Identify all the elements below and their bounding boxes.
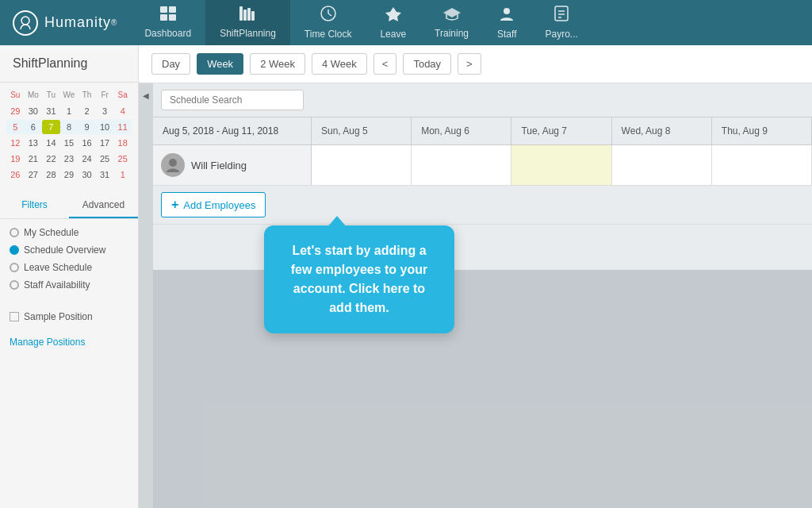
add-employees-button[interactable]: + Add Employees [161, 192, 266, 217]
sidebar: ShiftPlanning Su Mo Tu We Th Fr Sa 29 30… [0, 45, 139, 508]
employee-name: Will Fielding [191, 160, 247, 171]
cal-cell[interactable]: 25 [96, 152, 114, 166]
cal-cell[interactable]: 10 [96, 120, 114, 134]
svg-rect-7 [247, 8, 251, 21]
logo[interactable]: Humanity® [0, 10, 130, 36]
manage-positions-link[interactable]: Manage Positions [0, 333, 138, 351]
cal-cell[interactable]: 31 [42, 104, 60, 118]
content-area: Day Week 2 Week 4 Week < Today > ◀ [139, 45, 812, 508]
cal-cell[interactable]: 18 [113, 136, 132, 150]
shift-cell-tue[interactable] [511, 145, 611, 185]
tooltip-bubble[interactable]: Let's start by adding a few employees to… [264, 225, 454, 333]
filter-my-schedule[interactable]: My Schedule [10, 227, 128, 238]
position-name: Sample Position [24, 311, 93, 322]
day-header-sun: Sun, Aug 5 [312, 117, 412, 144]
nav-label-dashboard: Dashboard [144, 28, 191, 39]
nav-label-shiftplanning: ShiftPlanning [220, 28, 276, 39]
cal-cell[interactable]: 8 [60, 120, 79, 134]
radio-schedule-overview[interactable] [10, 245, 19, 255]
radio-leave-schedule[interactable] [10, 263, 19, 272]
nav-item-training[interactable]: Training [420, 0, 483, 45]
cal-cell[interactable]: 5 [6, 120, 25, 134]
cal-cell[interactable]: 2 [78, 104, 96, 118]
cal-cell[interactable]: 1 [60, 104, 79, 118]
cal-cell[interactable]: 31 [96, 167, 114, 182]
cal-header-sa: Sa [113, 89, 132, 101]
shift-cell-wed[interactable] [612, 145, 712, 185]
radio-my-schedule[interactable] [10, 228, 19, 237]
main-layout: ShiftPlanning Su Mo Tu We Th Fr Sa 29 30… [0, 45, 812, 508]
cal-cell[interactable]: 16 [78, 136, 96, 150]
svg-point-0 [21, 17, 29, 25]
nav-next-button[interactable]: > [458, 53, 481, 75]
filter-leave-schedule[interactable]: Leave Schedule [10, 262, 128, 273]
cal-header-su: Su [6, 89, 25, 101]
schedule-search-input[interactable] [161, 90, 304, 110]
cal-cell[interactable]: 21 [25, 152, 43, 166]
tab-filters[interactable]: Filters [0, 193, 69, 218]
overlay-fade [153, 270, 812, 508]
nav-item-dashboard[interactable]: Dashboard [130, 0, 205, 45]
nav-prev-button[interactable]: < [373, 53, 397, 75]
cal-cell[interactable]: 12 [6, 136, 25, 150]
nav-item-leave[interactable]: Leave [366, 0, 420, 45]
cal-cell[interactable]: 3 [96, 104, 114, 118]
view-day-button[interactable]: Day [151, 53, 190, 75]
cal-cell[interactable]: 6 [25, 120, 43, 134]
dashboard-icon [160, 6, 176, 25]
shift-cell-sun[interactable] [312, 145, 412, 185]
cal-cell[interactable]: 24 [78, 152, 96, 166]
cal-cell[interactable]: 25 [113, 152, 132, 166]
nav-today-button[interactable]: Today [403, 53, 451, 75]
nav-item-payroll[interactable]: Payro... [531, 0, 592, 45]
cal-cell-today[interactable]: 7 [42, 120, 60, 134]
tab-advanced[interactable]: Advanced [69, 193, 138, 218]
cal-cell[interactable]: 30 [78, 167, 96, 182]
cal-cell[interactable]: 14 [42, 136, 60, 150]
filter-staff-availability[interactable]: Staff Availability [10, 279, 128, 291]
day-header-tue: Tue, Aug 7 [511, 117, 611, 144]
schedule-header: Aug 5, 2018 - Aug 11, 2018 Sun, Aug 5 Mo… [153, 117, 812, 145]
cal-cell[interactable]: 17 [96, 136, 114, 150]
sidebar-title: ShiftPlanning [0, 45, 138, 83]
cal-cell[interactable]: 11 [113, 120, 132, 134]
cal-cell[interactable]: 23 [60, 152, 79, 166]
add-employees-label: Add Employees [183, 199, 255, 211]
schedule-panel: ◀ Aug 5, 2018 - Aug 11, 2018 Sun, Aug 5 … [139, 83, 812, 508]
nav-item-timeclock[interactable]: Time Clock [290, 0, 366, 45]
position-checkbox[interactable] [10, 312, 19, 321]
filter-schedule-overview[interactable]: Schedule Overview [10, 244, 128, 256]
cal-cell[interactable]: 29 [6, 104, 25, 118]
cal-cell[interactable]: 15 [60, 136, 79, 150]
cal-cell[interactable]: 27 [25, 167, 43, 182]
cal-cell[interactable]: 4 [113, 104, 132, 118]
add-employees-row: + Add Employees Let's start by adding a … [153, 186, 812, 225]
cal-cell[interactable]: 29 [60, 167, 79, 182]
cal-cell[interactable]: 30 [25, 104, 43, 118]
calendar-week-3: 12 13 14 15 16 17 18 [6, 136, 132, 150]
cal-cell[interactable]: 28 [42, 167, 60, 182]
radio-staff-availability[interactable] [10, 280, 19, 290]
nav-item-staff[interactable]: Staff [483, 0, 530, 45]
svg-rect-6 [243, 10, 247, 21]
tooltip-text: Let's start by adding a few employees to… [291, 244, 428, 314]
view-week-button[interactable]: Week [197, 53, 243, 75]
avatar [161, 153, 185, 177]
cal-cell[interactable]: 22 [42, 152, 60, 166]
filter-schedule-overview-label: Schedule Overview [24, 244, 105, 256]
day-header-thu: Thu, Aug 9 [712, 117, 812, 144]
collapse-toggle[interactable]: ◀ [139, 83, 153, 508]
cal-cell[interactable]: 9 [78, 120, 96, 134]
cal-cell[interactable]: 26 [6, 167, 25, 182]
shift-cell-mon[interactable] [412, 145, 511, 185]
cal-cell[interactable]: 13 [25, 136, 43, 150]
shift-cell-thu[interactable] [712, 145, 812, 185]
view-2week-button[interactable]: 2 Week [250, 53, 305, 75]
nav-item-shiftplanning[interactable]: ShiftPlanning [205, 0, 290, 45]
nav-items: Dashboard ShiftPlanning [130, 0, 812, 45]
cal-cell[interactable]: 1 [113, 167, 132, 182]
cal-cell[interactable]: 19 [6, 152, 25, 166]
view-4week-button[interactable]: 4 Week [312, 53, 367, 75]
training-icon [443, 6, 461, 25]
payroll-icon [554, 6, 569, 25]
